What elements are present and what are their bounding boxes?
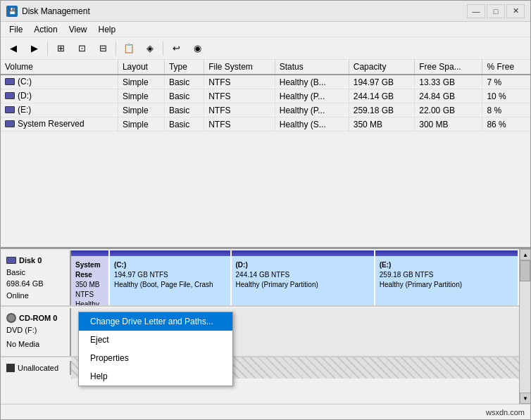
toolbar-btn6[interactable]: ↩ xyxy=(166,40,186,57)
cell-capacity: 244.14 GB xyxy=(349,89,415,103)
cell-volume: (D:) xyxy=(1,89,118,103)
context-menu-item-properties[interactable]: Properties xyxy=(79,349,232,367)
disk0-icon xyxy=(6,257,16,264)
scroll-down-arrow[interactable]: ▼ xyxy=(520,393,530,404)
context-menu-item-help[interactable]: Help xyxy=(79,367,232,386)
partition-bar xyxy=(375,250,518,256)
partition-content: (C:) 194.97 GB NTFS Healthy (Boot, Page … xyxy=(114,260,226,290)
scroll-track[interactable] xyxy=(520,260,530,393)
cell-free: 22.00 GB xyxy=(415,103,482,117)
partition-system-reserved[interactable]: System Rese 350 MB NTFS Healthy (Syst xyxy=(71,250,110,305)
partition-health: Healthy (Primary Partition) xyxy=(380,280,513,290)
col-freespace: Free Spa... xyxy=(415,60,482,75)
vertical-scrollbar[interactable]: ▲ ▼ xyxy=(519,249,530,404)
table-row[interactable]: System Reserved Simple Basic NTFS Health… xyxy=(1,117,530,132)
disk0-row: Disk 0 Basic 698.64 GB Online System Res… xyxy=(1,250,530,307)
disk0-size: 698.64 GB xyxy=(6,278,64,290)
scroll-thumb[interactable] xyxy=(520,260,530,281)
partition-label: System Rese xyxy=(75,260,104,280)
cell-pct: 10 % xyxy=(482,89,530,103)
status-bar: wsxdn.com xyxy=(1,404,530,419)
partition-content: System Rese 350 MB NTFS Healthy (Syst xyxy=(75,260,104,305)
partition-health: Healthy (Primary Partition) xyxy=(236,280,370,290)
disk-icon xyxy=(5,120,15,127)
col-pctfree: % Free xyxy=(482,60,530,75)
disk-visualization-panel: Disk 0 Basic 698.64 GB Online System Res… xyxy=(1,249,530,404)
menu-file[interactable]: File xyxy=(4,23,28,36)
partition-bar xyxy=(110,250,230,256)
cell-volume: System Reserved xyxy=(1,117,118,132)
scroll-up-arrow[interactable]: ▲ xyxy=(520,249,530,260)
toolbar-btn2[interactable]: ⊡ xyxy=(72,40,92,57)
unallocated-icon xyxy=(6,364,15,372)
toolbar: ◀ ▶ ⊞ ⊡ ⊟ 📋 ◈ ↩ ◉ xyxy=(1,37,530,60)
toolbar-btn3[interactable]: ⊟ xyxy=(93,40,113,57)
cell-pct: 86 % xyxy=(482,117,530,132)
cdrom0-drive: DVD (F:) xyxy=(6,324,64,336)
close-button[interactable]: ✕ xyxy=(506,4,525,18)
cell-type: Basic xyxy=(164,117,204,132)
table-row[interactable]: (E:) Simple Basic NTFS Healthy (P... 259… xyxy=(1,103,530,117)
toolbar-btn7[interactable]: ◉ xyxy=(187,40,207,57)
cell-type: Basic xyxy=(164,103,204,117)
cell-status: Healthy (S... xyxy=(275,117,349,132)
partition-label: (D:) xyxy=(236,260,370,270)
partition-e[interactable]: (E:) 259.18 GB NTFS Healthy (Primary Par… xyxy=(375,250,519,305)
partition-size: 350 MB NTFS xyxy=(75,280,104,300)
disk-icon xyxy=(5,92,15,99)
cell-capacity: 259.18 GB xyxy=(349,103,415,117)
context-menu: Change Drive Letter and Paths... Eject P… xyxy=(78,312,233,386)
col-filesystem: File System xyxy=(204,60,275,75)
cell-status: Healthy (P... xyxy=(275,103,349,117)
partition-health: Healthy (Syst xyxy=(75,300,104,305)
cell-layout: Simple xyxy=(118,103,164,117)
cell-free: 300 MB xyxy=(415,117,482,132)
menu-help[interactable]: Help xyxy=(93,23,122,36)
disk0-label: Disk 0 Basic 698.64 GB Online xyxy=(1,250,71,305)
col-type: Type xyxy=(164,60,204,75)
table-header-row: Volume Layout Type File System Status Ca… xyxy=(1,60,530,75)
maximize-button[interactable]: □ xyxy=(487,4,505,18)
cell-pct: 7 % xyxy=(482,75,530,89)
disk-icon xyxy=(5,78,15,85)
cell-type: Basic xyxy=(164,75,204,89)
cdrom0-row: CD-ROM 0 DVD (F:) No Media Change Drive … xyxy=(1,308,530,357)
col-capacity: Capacity xyxy=(349,60,415,75)
minimize-button[interactable]: — xyxy=(467,4,485,18)
table-row[interactable]: (C:) Simple Basic NTFS Healthy (B... 194… xyxy=(1,75,530,89)
cell-layout: Simple xyxy=(118,89,164,103)
disk0-partitions: System Rese 350 MB NTFS Healthy (Syst (C… xyxy=(71,250,530,305)
table-row[interactable]: (D:) Simple Basic NTFS Healthy (P... 244… xyxy=(1,89,530,103)
partition-d[interactable]: (D:) 244.14 GB NTFS Healthy (Primary Par… xyxy=(232,250,375,305)
toolbar-forward[interactable]: ▶ xyxy=(25,40,44,57)
context-menu-item-change-drive[interactable]: Change Drive Letter and Paths... xyxy=(79,312,232,331)
context-menu-item-eject[interactable]: Eject xyxy=(79,331,232,349)
cell-capacity: 350 MB xyxy=(349,117,415,132)
cell-fs: NTFS xyxy=(204,103,275,117)
toolbar-btn4[interactable]: 📋 xyxy=(119,40,139,57)
toolbar-btn1[interactable]: ⊞ xyxy=(51,40,70,57)
partition-health: Healthy (Boot, Page File, Crash xyxy=(114,280,226,290)
toolbar-btn5[interactable]: ◈ xyxy=(140,40,160,57)
main-window: 💾 Disk Management — □ ✕ File Action View… xyxy=(0,0,531,420)
cell-capacity: 194.97 GB xyxy=(349,75,415,89)
menu-action[interactable]: Action xyxy=(28,23,63,36)
partition-content: (D:) 244.14 GB NTFS Healthy (Primary Par… xyxy=(236,260,370,290)
menu-view[interactable]: View xyxy=(63,23,93,36)
disk0-status: Online xyxy=(6,290,64,302)
toolbar-back[interactable]: ◀ xyxy=(4,40,23,57)
cell-free: 24.84 GB xyxy=(415,89,482,103)
cell-pct: 8 % xyxy=(482,103,530,117)
disk0-type: Basic xyxy=(6,267,64,279)
disk-icon xyxy=(5,106,15,113)
cdrom0-name: CD-ROM 0 xyxy=(6,312,64,324)
partition-label: (E:) xyxy=(380,260,513,270)
unallocated-text: Unallocated xyxy=(18,364,58,372)
partition-c[interactable]: (C:) 194.97 GB NTFS Healthy (Boot, Page … xyxy=(110,250,232,305)
partition-content: (E:) 259.18 GB NTFS Healthy (Primary Par… xyxy=(380,260,513,290)
cdrom0-partitions: Change Drive Letter and Paths... Eject P… xyxy=(71,308,519,356)
title-bar: 💾 Disk Management — □ ✕ xyxy=(1,1,530,22)
cell-type: Basic xyxy=(164,89,204,103)
partition-label: (C:) xyxy=(114,260,226,270)
volume-table-panel[interactable]: Volume Layout Type File System Status Ca… xyxy=(1,60,530,249)
